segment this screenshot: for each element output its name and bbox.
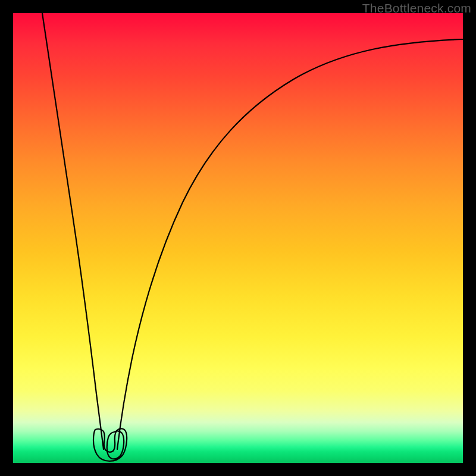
chart-frame: TheBottleneck.com xyxy=(0,0,476,476)
curve-right-branch xyxy=(117,39,463,449)
watermark-text: TheBottleneck.com xyxy=(362,1,471,15)
curve-layer xyxy=(13,13,463,463)
plot-area xyxy=(13,13,463,463)
cusp-markers xyxy=(93,428,127,461)
curve-left-branch xyxy=(42,13,104,449)
